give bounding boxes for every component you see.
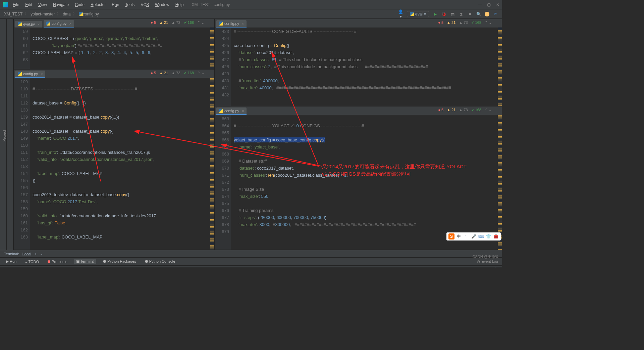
updates-icon[interactable]: ⟳: [493, 12, 498, 16]
run-tool-button[interactable]: ▶ Run: [4, 259, 18, 264]
minimize-button[interactable]: —: [478, 2, 482, 7]
python-file-icon: [219, 21, 223, 26]
chevron-down-icon: ▾: [424, 12, 426, 16]
line-separator[interactable]: LF: [419, 267, 423, 267]
debug-button[interactable]: 🐞: [441, 12, 446, 16]
project-collapse-gutter[interactable]: [7, 19, 13, 250]
breadcrumb-item[interactable]: data: [63, 12, 70, 16]
maximize-button[interactable]: ▢: [487, 2, 491, 7]
warning-icon: ⚠: [4, 267, 7, 267]
run-button[interactable]: ▶: [432, 12, 438, 16]
terminal-tool-button[interactable]: ▣ Terminal: [74, 259, 96, 264]
tab-config[interactable]: config.py×: [44, 20, 74, 28]
ide-status-icon[interactable]: [485, 12, 489, 16]
ime-voice-icon[interactable]: 🎤: [471, 233, 477, 239]
error-stripe[interactable]: [498, 28, 502, 106]
window-title: XM_TEST - config.py: [192, 2, 230, 7]
editor-pane-bottom-left: config.py× ● 5 ▲ 21 ▲ 73 ✔ 168 ⌃ ⌄ 109 1…: [13, 69, 215, 250]
ime-punct-icon[interactable]: °,: [463, 233, 469, 239]
inspection-status[interactable]: ● 5 ▲ 21 ▲ 73 ✔ 168 ⌃ ⌄: [151, 20, 204, 25]
stop-button[interactable]: ■: [467, 12, 473, 16]
python-packages-tool-button[interactable]: ⬢ Python Packages: [101, 259, 138, 264]
ime-toolbar[interactable]: S 中 °, 🎤 ⌨ 👕 🧰: [446, 232, 501, 240]
breadcrumb-root[interactable]: XM_TEST: [4, 12, 22, 16]
editor-pane-bottom-right: config.py× ● 5 ▲ 21 ▲ 73 ✔ 168 ⌃ ⌄ 663 6…: [215, 106, 502, 250]
interpreter[interactable]: Python 3.7 (torch7): [458, 267, 489, 267]
terminal-dropdown[interactable]: ⌄: [40, 252, 43, 256]
python-file-icon: [18, 22, 22, 26]
indent-setting[interactable]: 4 spaces: [439, 267, 454, 267]
menu-file[interactable]: File: [11, 2, 21, 8]
menu-edit[interactable]: Edit: [23, 2, 34, 8]
menu-navigate[interactable]: Navigate: [51, 2, 71, 8]
menu-refactor[interactable]: Refactor: [89, 2, 108, 8]
status-message: PEP 8: E305 expected 2 blank lines after…: [9, 267, 134, 268]
problems-tool-button[interactable]: Problems: [46, 259, 69, 264]
main-menu: File Edit View Navigate Code Refactor Ru…: [11, 2, 185, 8]
error-stripe[interactable]: [498, 115, 502, 250]
menu-tools[interactable]: Tools: [123, 2, 137, 8]
tab-config[interactable]: config.py×: [216, 20, 247, 28]
close-icon[interactable]: ×: [242, 109, 244, 113]
tab-eval[interactable]: eval.py×: [15, 21, 42, 28]
caret-position[interactable]: 112:24: [404, 267, 415, 267]
menu-view[interactable]: View: [36, 2, 49, 8]
project-tool-button[interactable]: Project: [2, 130, 6, 141]
editor-body[interactable]: 423 424 425 426 427 428 429 430 431 432 …: [215, 28, 502, 106]
close-icon[interactable]: ×: [69, 21, 71, 26]
inspection-status[interactable]: ● 5 ▲ 21 ▲ 73 ✔ 168 ⌃ ⌄: [438, 20, 492, 25]
todo-tool-button[interactable]: ≡ TODO: [23, 259, 41, 264]
terminal-tab-local[interactable]: Local: [22, 252, 31, 256]
bottom-toolbar: ▶ Run ≡ TODO Problems ▣ Terminal ⬢ Pytho…: [0, 257, 502, 265]
event-log-button[interactable]: ◔ Event Log: [477, 259, 498, 264]
close-icon[interactable]: ×: [41, 72, 43, 76]
search-icon[interactable]: 🔍: [476, 12, 481, 16]
close-icon[interactable]: ×: [242, 21, 244, 26]
ime-lang[interactable]: 中: [456, 233, 462, 239]
code-area[interactable]: # ----------------------- CONFIG DEFAULT…: [231, 28, 502, 106]
close-button[interactable]: ✕: [496, 2, 499, 7]
breadcrumb-file[interactable]: config.py: [83, 12, 99, 16]
lock-icon[interactable]: 🔓: [493, 267, 498, 267]
chevron-right-icon: 〉: [57, 11, 61, 17]
code-area[interactable]: COCO_CLASSES = ('guodi', 'guoba', 'qianb…: [30, 28, 214, 69]
inspection-status[interactable]: ● 5 ▲ 21 ▲ 73 ✔ 168 ⌃ ⌄: [151, 71, 204, 75]
ime-toolbox-icon[interactable]: 🧰: [493, 233, 499, 239]
annotation-text: 又2014又2017的可能看起来有点乱，这里你只需要知道 YOLACT v1.0…: [322, 163, 467, 178]
editor-body[interactable]: 59 60 61 62 63 COCO_CLASSES = ('guodi', …: [14, 28, 214, 69]
run-config-label: eval: [415, 12, 423, 16]
menu-code[interactable]: Code: [73, 2, 87, 8]
error-stripe[interactable]: [210, 28, 214, 69]
error-stripe[interactable]: [210, 78, 214, 250]
navbar: XM_TEST 〉 yolact-master 〉 data 〉 config.…: [0, 9, 502, 19]
menu-help[interactable]: Help: [173, 2, 186, 8]
editor-grid: eval.py× config.py× ● 5 ▲ 21 ▲ 73 ✔ 168 …: [13, 19, 502, 250]
editor-body[interactable]: 109 110 111 112 138 139 147 148 149 150 …: [14, 78, 214, 250]
breadcrumb-item[interactable]: yolact-master: [31, 12, 55, 16]
menu-vcs[interactable]: VCS: [139, 2, 151, 8]
run-config-selector[interactable]: eval ▾: [407, 11, 429, 17]
code-area[interactable]: # ----------------------- YOLACT v1.0 CO…: [231, 115, 502, 250]
add-terminal-button[interactable]: +: [35, 252, 37, 256]
editor-body[interactable]: 663 664 665 666 667 668 669 670 671 672 …: [215, 115, 502, 250]
user-icon[interactable]: 👤▾: [398, 9, 404, 19]
close-icon[interactable]: ×: [38, 22, 40, 26]
python-file-icon: [46, 21, 50, 26]
coverage-button[interactable]: ⬒: [450, 12, 455, 16]
ime-keyboard-icon[interactable]: ⌨: [478, 233, 484, 239]
tab-config[interactable]: config.py×: [15, 71, 45, 78]
line-gutter: 59 60 61 62 63: [14, 28, 30, 69]
menu-window[interactable]: Window: [153, 2, 171, 8]
tab-config[interactable]: config.py×: [216, 107, 247, 115]
profile-button[interactable]: ⧗: [459, 12, 464, 16]
menu-run[interactable]: Run: [110, 2, 121, 8]
ime-skin-icon[interactable]: 👕: [485, 233, 491, 239]
line-gutter: 423 424 425 426 427 428 429 430 431 432: [215, 28, 231, 106]
code-area[interactable]: # ----------------------- DATASETS -----…: [30, 78, 214, 250]
ime-logo-icon: S: [448, 233, 454, 239]
file-encoding[interactable]: GBK: [427, 267, 435, 267]
python-console-tool-button[interactable]: ⬢ Python Console: [143, 259, 177, 264]
chevron-right-icon: 〉: [24, 11, 29, 17]
python-file-icon: [219, 109, 223, 113]
inspection-status[interactable]: ● 5 ▲ 21 ▲ 73 ✔ 168 ⌃ ⌄: [438, 108, 492, 112]
